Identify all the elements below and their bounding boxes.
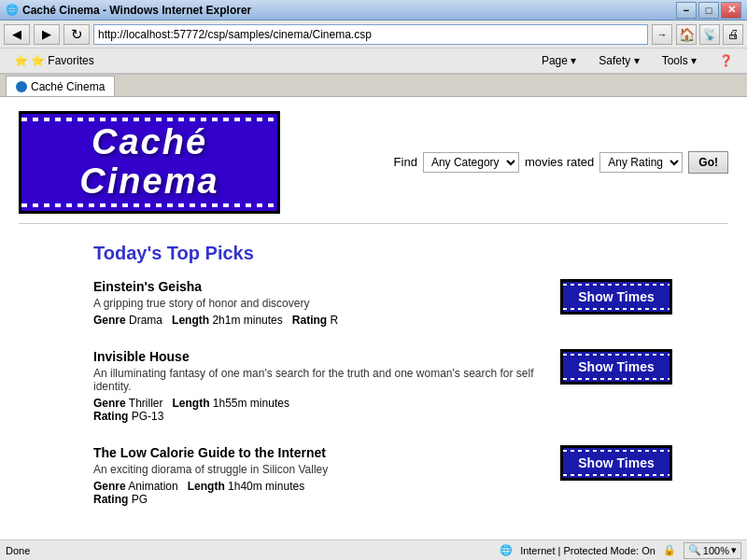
movie-desc-3: An exciting diorama of struggle in Silic… bbox=[93, 463, 560, 476]
movie-meta-2: Genre Thriller Length 1h55m minutes Rati… bbox=[93, 397, 560, 423]
favorites-button[interactable]: ⭐ ⭐ Favorites bbox=[6, 50, 103, 71]
movie-block-3: The Low Calorie Guide to the Internet An… bbox=[93, 445, 672, 506]
maximize-button[interactable]: □ bbox=[698, 2, 719, 19]
genre-value-3: Animation bbox=[128, 480, 177, 493]
movie-info-3: The Low Calorie Guide to the Internet An… bbox=[93, 445, 560, 506]
genre-label-3: Genre bbox=[93, 480, 126, 493]
rating-label-3: Rating bbox=[93, 493, 128, 506]
forward-button[interactable]: ▶ bbox=[34, 24, 60, 45]
rating-label-2: Rating bbox=[93, 410, 128, 423]
go-button[interactable]: Go! bbox=[688, 151, 728, 174]
genre-value-1: Drama bbox=[129, 314, 162, 327]
genre-value-2: Thriller bbox=[129, 397, 163, 410]
main-section: Today's Top Picks Einstein's Geisha A gr… bbox=[19, 233, 728, 538]
toolbar: ⭐ ⭐ Favorites Page ▾ Safety ▾ Tools ▾ ❓ bbox=[0, 49, 747, 75]
address-input[interactable] bbox=[93, 24, 648, 45]
minimize-button[interactable]: − bbox=[676, 2, 697, 19]
movie-meta-3: Genre Animation Length 1h40m minutes Rat… bbox=[93, 480, 560, 506]
movie-block-2: Invisible House An illuminating fantasy … bbox=[93, 349, 672, 423]
section-title: Today's Top Picks bbox=[93, 243, 672, 264]
ie-tab-icon bbox=[16, 81, 27, 92]
rating-value-3: PG bbox=[132, 493, 148, 506]
length-label-3: Length bbox=[188, 480, 225, 493]
star-icon: ⭐ bbox=[14, 54, 28, 67]
length-label-1: Length bbox=[172, 314, 209, 327]
window-controls: − □ ✕ bbox=[676, 2, 741, 19]
movie-title-2: Invisible House bbox=[93, 349, 560, 364]
tab-strip: Caché Cinema bbox=[0, 75, 747, 97]
address-bar: ◀ ▶ ↻ → 🏠 📡 🖨 bbox=[0, 21, 747, 49]
rss-icon-button[interactable]: 📡 bbox=[699, 24, 720, 45]
tab-cache-cinema[interactable]: Caché Cinema bbox=[6, 76, 115, 96]
length-value-3: 1h40m minutes bbox=[228, 480, 304, 493]
movie-title-1: Einstein's Geisha bbox=[93, 279, 560, 294]
show-times-button-2[interactable]: Show Times bbox=[560, 349, 672, 385]
cinema-logo-text: Caché Cinema bbox=[38, 123, 261, 202]
page-content: Caché Cinema Find Any Category Drama Thr… bbox=[0, 97, 747, 539]
status-bar: Done 🌐 Internet | Protected Mode: On 🔒 🔍… bbox=[0, 539, 747, 560]
zoom-level: 100% bbox=[703, 545, 729, 556]
rating-value-2: PG-13 bbox=[132, 410, 164, 423]
safety-button[interactable]: Safety ▾ bbox=[590, 50, 647, 71]
find-area: Find Any Category Drama Thriller Animati… bbox=[394, 151, 728, 174]
movie-info-2: Invisible House An illuminating fantasy … bbox=[93, 349, 560, 423]
home-icon-button[interactable]: 🏠 bbox=[676, 24, 697, 45]
rating-value-1: R bbox=[330, 314, 338, 327]
rating-select[interactable]: Any Rating G PG PG-13 R bbox=[599, 152, 683, 173]
movie-desc-1: A gripping true story of honor and disco… bbox=[93, 297, 560, 310]
internet-icon: 🌐 bbox=[500, 544, 513, 556]
status-text: Done bbox=[6, 545, 500, 556]
help-button[interactable]: ❓ bbox=[711, 50, 741, 71]
cinema-header: Caché Cinema Find Any Category Drama Thr… bbox=[19, 111, 728, 224]
window-icon: 🌐 bbox=[6, 4, 19, 16]
refresh-button[interactable]: ↻ bbox=[63, 24, 90, 45]
rating-label-1: Rating bbox=[292, 314, 327, 327]
title-bar: 🌐 Caché Cinema - Windows Internet Explor… bbox=[0, 0, 747, 21]
tools-button[interactable]: Tools ▾ bbox=[654, 50, 705, 71]
security-icon: 🔒 bbox=[663, 544, 676, 556]
status-right: 🌐 Internet | Protected Mode: On 🔒 🔍 100%… bbox=[500, 542, 741, 559]
movies-rated-label: movies rated bbox=[525, 155, 594, 169]
zoom-icon: 🔍 bbox=[688, 544, 701, 556]
movie-meta-1: Genre Drama Length 2h1m minutes Rating R bbox=[93, 314, 560, 327]
toolbar-icons: 🏠 📡 🖨 bbox=[676, 24, 743, 45]
cinema-logo: Caché Cinema bbox=[19, 111, 280, 214]
zoom-control[interactable]: 🔍 100% ▾ bbox=[684, 542, 741, 559]
zoom-chevron-icon: ▾ bbox=[731, 544, 737, 556]
back-button[interactable]: ◀ bbox=[4, 24, 30, 45]
movie-block-1: Einstein's Geisha A gripping true story … bbox=[93, 279, 672, 327]
zone-text: Internet | Protected Mode: On bbox=[520, 545, 655, 556]
page-button[interactable]: Page ▾ bbox=[533, 50, 585, 71]
show-times-button-1[interactable]: Show Times bbox=[560, 279, 672, 315]
length-value-2: 1h55m minutes bbox=[213, 397, 289, 410]
close-button[interactable]: ✕ bbox=[721, 2, 741, 19]
print-icon-button[interactable]: 🖨 bbox=[723, 24, 743, 45]
length-label-2: Length bbox=[173, 397, 210, 410]
movie-info-1: Einstein's Geisha A gripping true story … bbox=[93, 279, 560, 327]
movie-title-3: The Low Calorie Guide to the Internet bbox=[93, 445, 560, 460]
genre-label-2: Genre bbox=[93, 397, 126, 410]
genre-label-1: Genre bbox=[93, 314, 126, 327]
go-address-button[interactable]: → bbox=[652, 24, 672, 45]
find-label: Find bbox=[394, 155, 417, 169]
window-title: Caché Cinema - Windows Internet Explorer bbox=[22, 4, 251, 17]
category-select[interactable]: Any Category Drama Thriller Animation Co… bbox=[423, 152, 519, 173]
movie-desc-2: An illuminating fantasy of one man's sea… bbox=[93, 367, 560, 393]
length-value-1: 2h1m minutes bbox=[212, 314, 282, 327]
show-times-button-3[interactable]: Show Times bbox=[560, 445, 672, 481]
